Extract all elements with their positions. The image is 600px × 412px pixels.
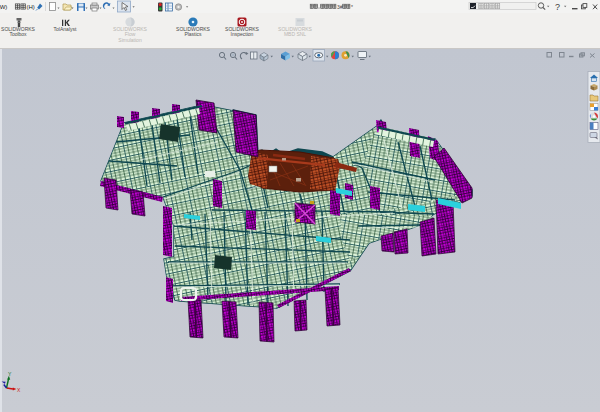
svg-text:*: *: [351, 4, 353, 10]
svg-text:?: ?: [555, 2, 560, 12]
svg-text:Y: Y: [8, 371, 12, 377]
svg-text:X: X: [17, 387, 21, 393]
svg-text:3#: 3#: [337, 4, 343, 10]
svg-text:(H): (H): [27, 4, 35, 10]
